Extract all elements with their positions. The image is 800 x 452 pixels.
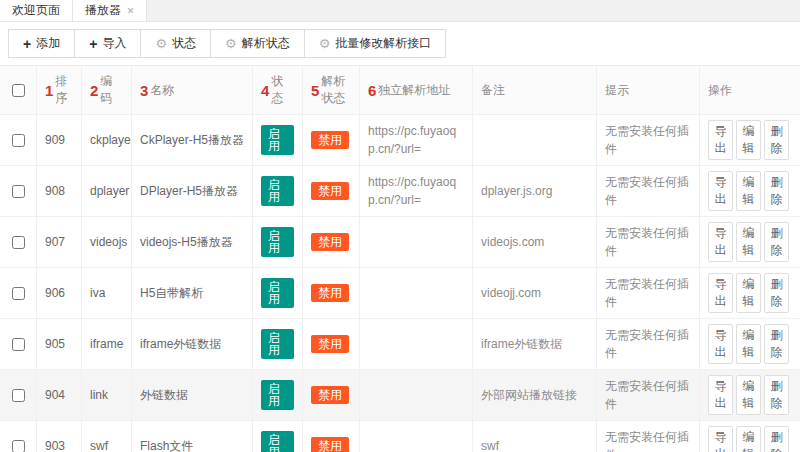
row-action-edit-button[interactable]: 编辑: [736, 273, 761, 313]
button-label: 导入: [102, 35, 126, 52]
table-row: 903swfFlash文件启用禁用swf无需安装任何插件导出编辑删除: [0, 421, 800, 452]
parse-status-badge[interactable]: 禁用: [311, 182, 349, 200]
select-all-checkbox[interactable]: [12, 84, 25, 97]
row-action-delete-button[interactable]: 删除: [764, 273, 789, 313]
row-action-edit-button[interactable]: 编辑: [736, 324, 761, 364]
status-badge[interactable]: 启用: [261, 329, 294, 359]
row-action-delete-button[interactable]: 删除: [764, 375, 789, 415]
row-action-delete-button[interactable]: 删除: [764, 324, 789, 364]
row-action-delete-button[interactable]: 删除: [764, 222, 789, 262]
parse-status-badge[interactable]: 禁用: [311, 386, 349, 404]
row-select-checkbox[interactable]: [12, 287, 25, 300]
row-select-checkbox[interactable]: [12, 236, 25, 249]
annotation-number: 3: [140, 83, 148, 98]
tab-label: 欢迎页面: [12, 2, 60, 19]
row-action-delete-button[interactable]: 删除: [764, 171, 789, 211]
row-actions: 导出编辑删除: [700, 370, 800, 420]
row-name: 外链数据: [132, 370, 253, 420]
table-row: 909ckplayerCkPlayer-H5播放器启用禁用https://pc.…: [0, 115, 800, 166]
parse-status-badge[interactable]: 禁用: [311, 437, 349, 452]
table-header: 1 排序 2 编码 3 名称 4 状态 5 解析状态 6 独立解析地址 备注 提…: [0, 66, 800, 115]
tab-label: 播放器: [85, 2, 121, 19]
row-tip: 无需安装任何插件: [597, 166, 700, 216]
table-row: 906ivaH5自带解析启用禁用videojj.com无需安装任何插件导出编辑删…: [0, 268, 800, 319]
row-remark: videojs.com: [473, 217, 597, 267]
row-name: iframe外链数据: [132, 319, 253, 369]
row-sort: 906: [37, 268, 82, 318]
row-action-export-button[interactable]: 导出: [708, 426, 733, 452]
button-label: 解析状态: [242, 35, 290, 52]
table-body: 909ckplayerCkPlayer-H5播放器启用禁用https://pc.…: [0, 115, 800, 452]
row-actions: 导出编辑删除: [700, 166, 800, 216]
row-name: Flash文件: [132, 421, 253, 452]
row-actions: 导出编辑删除: [700, 268, 800, 318]
batch-modify-parse-button[interactable]: ⚙ 批量修改解析接口: [304, 29, 447, 58]
column-label: 解析状态: [321, 73, 351, 107]
status-badge[interactable]: 启用: [261, 227, 294, 257]
column-label: 操作: [708, 82, 732, 99]
status-badge[interactable]: 启用: [261, 125, 294, 155]
row-action-edit-button[interactable]: 编辑: [736, 426, 761, 452]
button-label: 批量修改解析接口: [335, 35, 431, 52]
import-button[interactable]: + 导入: [74, 29, 141, 58]
row-parse-url: [360, 217, 473, 267]
column-label: 名称: [150, 82, 174, 99]
row-action-edit-button[interactable]: 编辑: [736, 120, 761, 160]
table-row: 904link外链数据启用禁用外部网站播放链接无需安装任何插件导出编辑删除: [0, 370, 800, 421]
tab-welcome[interactable]: 欢迎页面: [0, 0, 73, 21]
column-header-remark: 备注: [473, 66, 597, 114]
row-select-checkbox[interactable]: [12, 389, 25, 402]
status-badge[interactable]: 启用: [261, 380, 294, 410]
annotation-number: 4: [261, 83, 269, 98]
parse-status-button[interactable]: ⚙ 解析状态: [210, 29, 305, 58]
row-sort: 909: [37, 115, 82, 165]
row-parse-url: [360, 268, 473, 318]
parse-status-badge[interactable]: 禁用: [311, 131, 349, 149]
tab-bar: 欢迎页面 播放器 ×: [0, 0, 800, 22]
gear-icon: ⚙: [319, 37, 331, 50]
row-action-export-button[interactable]: 导出: [708, 324, 733, 364]
column-label: 提示: [605, 82, 629, 99]
row-select-checkbox[interactable]: [12, 440, 25, 452]
row-name: H5自带解析: [132, 268, 253, 318]
table-row: 908dplayerDPlayer-H5播放器启用禁用https://pc.fu…: [0, 166, 800, 217]
tab-bar-filler: [147, 0, 800, 21]
parse-status-badge[interactable]: 禁用: [311, 284, 349, 302]
row-remark: swf: [473, 421, 597, 452]
row-action-edit-button[interactable]: 编辑: [736, 222, 761, 262]
column-header-action: 操作: [700, 66, 800, 114]
row-remark: iframe外链数据: [473, 319, 597, 369]
tab-player[interactable]: 播放器 ×: [73, 0, 147, 21]
row-action-export-button[interactable]: 导出: [708, 222, 733, 262]
status-button[interactable]: ⚙ 状态: [140, 29, 211, 58]
row-action-export-button[interactable]: 导出: [708, 375, 733, 415]
add-button[interactable]: + 添加: [8, 29, 75, 58]
player-table: 1 排序 2 编码 3 名称 4 状态 5 解析状态 6 独立解析地址 备注 提…: [0, 65, 800, 452]
row-action-export-button[interactable]: 导出: [708, 120, 733, 160]
row-select-checkbox[interactable]: [12, 134, 25, 147]
row-sort: 907: [37, 217, 82, 267]
row-action-edit-button[interactable]: 编辑: [736, 375, 761, 415]
row-action-edit-button[interactable]: 编辑: [736, 171, 761, 211]
row-tip: 无需安装任何插件: [597, 370, 700, 420]
status-badge[interactable]: 启用: [261, 278, 294, 308]
row-sort: 908: [37, 166, 82, 216]
status-badge[interactable]: 启用: [261, 431, 294, 452]
row-action-export-button[interactable]: 导出: [708, 273, 733, 313]
row-code: iframe: [82, 319, 132, 369]
row-actions: 导出编辑删除: [700, 319, 800, 369]
parse-status-badge[interactable]: 禁用: [311, 233, 349, 251]
close-icon[interactable]: ×: [127, 5, 134, 17]
row-tip: 无需安装任何插件: [597, 217, 700, 267]
parse-status-badge[interactable]: 禁用: [311, 335, 349, 353]
button-label: 添加: [36, 35, 60, 52]
row-action-delete-button[interactable]: 删除: [764, 120, 789, 160]
row-name: DPlayer-H5播放器: [132, 166, 253, 216]
row-parse-url: https://pc.fuyaoqp.cn/?url=: [360, 115, 473, 165]
row-action-export-button[interactable]: 导出: [708, 171, 733, 211]
row-select-checkbox[interactable]: [12, 185, 25, 198]
row-action-delete-button[interactable]: 删除: [764, 426, 789, 452]
row-remark: [473, 115, 597, 165]
status-badge[interactable]: 启用: [261, 176, 294, 206]
row-select-checkbox[interactable]: [12, 338, 25, 351]
